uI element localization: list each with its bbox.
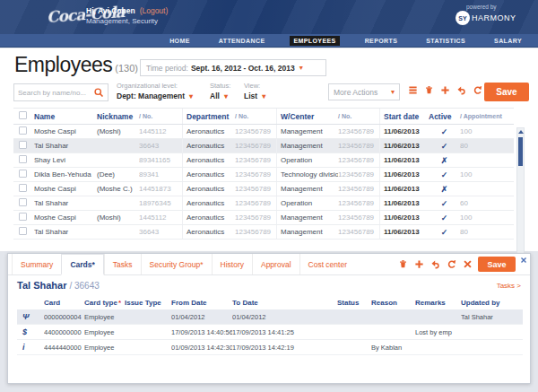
cell-updated-by: Tal Shahar [461, 313, 523, 321]
cell-appointment: 100 [460, 170, 514, 179]
detail-tab[interactable]: Cost center [299, 254, 355, 274]
card-row[interactable]: Ψ 0000000004 Employee 01/04/2012 01/04/2… [17, 309, 523, 325]
row-checkbox[interactable] [19, 198, 27, 206]
row-checkbox[interactable] [19, 141, 27, 149]
row-checkbox[interactable] [19, 184, 27, 192]
column-header[interactable]: Name [34, 112, 97, 121]
row-checkbox[interactable] [19, 126, 27, 135]
search-input[interactable] [18, 89, 93, 97]
undo-icon[interactable] [456, 85, 466, 95]
view-dropdown[interactable]: List [244, 91, 265, 100]
detail-tab[interactable]: Approval [252, 254, 299, 274]
plus-icon[interactable] [440, 85, 450, 95]
cards-column-header[interactable]: Status [337, 299, 371, 307]
cards-column-header[interactable]: Issue Type [125, 299, 171, 307]
detail-tab[interactable]: Cards* [61, 254, 103, 275]
column-header[interactable]: Nickname [97, 112, 139, 121]
card-row[interactable]: i 4444440000 Employee 01/09/2013 14:42:3… [17, 340, 523, 355]
menu-icon[interactable] [408, 85, 418, 95]
redo-icon[interactable] [473, 85, 482, 95]
org-level-dropdown[interactable]: Dept: Management [117, 91, 193, 100]
cards-column-header[interactable]: Remarks [415, 299, 461, 307]
row-checkbox[interactable] [19, 227, 27, 235]
column-header[interactable]: Department [182, 109, 235, 124]
cell-employee-no: 36643 [139, 228, 182, 236]
table-row[interactable]: Tal Shahar 36643 Aeronautics 123456789 M… [13, 225, 514, 240]
cell-wcenter: Management [276, 225, 338, 239]
cards-column-header[interactable]: Card type [84, 299, 125, 307]
cell-employee-no: 89341165 [139, 156, 182, 164]
cell-wcenter-no: 123456789 [338, 156, 379, 164]
caret-down-icon [189, 92, 193, 100]
time-period-dropdown[interactable]: Time period: Sept. 16, 2012 - Oct. 16, 2… [140, 59, 326, 76]
trash-icon[interactable] [424, 85, 434, 95]
column-header[interactable]: / No. [235, 113, 276, 119]
cell-appointment: 80 [460, 142, 514, 150]
cell-name: Tal Shahar [34, 228, 97, 236]
table-row[interactable]: Moshe Caspi (Moshi) 1445112 Aeronautics … [13, 125, 514, 139]
cards-column-header[interactable]: Updated by [461, 299, 523, 307]
cell-employee-no: 36643 [139, 142, 182, 150]
row-checkbox[interactable] [19, 155, 27, 163]
top-header: Coca-Cola Hi, Avi Cohen(Logout) Manageme… [0, 0, 538, 34]
close-icon[interactable] [520, 257, 527, 264]
nav-item[interactable]: STATISTICS [422, 36, 469, 46]
row-checkbox-cell [13, 227, 34, 237]
table-row[interactable]: Dikla Ben-Yehuda (Dee) 89341 Aeronautics… [13, 168, 514, 182]
column-header[interactable]: / No. [338, 113, 379, 119]
cell-wcenter: Technology division [276, 168, 338, 181]
org-level-label: Organizational level: [117, 82, 193, 90]
undo-icon[interactable] [430, 259, 440, 269]
brand-block: powered by SY HARMONY [456, 4, 525, 25]
cards-column-header[interactable]: Card [44, 299, 84, 307]
select-all-checkbox[interactable] [19, 111, 27, 119]
cell-wcenter: Operation [276, 153, 338, 167]
nav-item[interactable]: EMPLOYEES [290, 36, 339, 46]
column-header[interactable]: W/Center [276, 109, 338, 124]
search-icon[interactable] [93, 84, 104, 100]
close-icon[interactable] [463, 259, 473, 269]
nav-item[interactable]: HOME [166, 36, 194, 46]
row-checkbox[interactable] [19, 213, 27, 221]
cards-column-header[interactable]: Reason [371, 299, 415, 307]
cards-column-header[interactable]: From Date [171, 299, 232, 307]
active-status-icon: ✓ [441, 142, 448, 151]
cell-appointment: 80 [460, 228, 514, 236]
card-row[interactable]: $ 4400000000 Employee 17/09/2013 14:40:5… [17, 325, 523, 340]
trash-icon[interactable] [398, 259, 408, 269]
column-header[interactable]: Start date [379, 109, 429, 124]
nav-item[interactable]: REPORTS [361, 36, 402, 46]
row-checkbox[interactable] [19, 170, 27, 178]
table-row[interactable]: Shay Levi 89341165 Aeronautics 123456789… [13, 153, 514, 168]
employee-count: (130) [115, 63, 138, 74]
column-header[interactable]: / Appointment [460, 113, 514, 119]
cell-active: ✓ [429, 213, 460, 222]
detail-tab[interactable]: Security Group* [141, 254, 212, 274]
nav-item[interactable]: ATTENDANCE [215, 36, 269, 46]
redo-icon[interactable] [447, 259, 456, 269]
cell-employee-no: 89341 [139, 170, 182, 179]
more-actions-dropdown[interactable]: More Actions [328, 83, 400, 100]
save-button[interactable]: Save [484, 83, 529, 101]
detail-tab[interactable]: Tasks [104, 254, 141, 274]
nav-item[interactable]: SALARY [490, 36, 525, 46]
cell-name: Moshe Caspi [34, 213, 97, 222]
cards-column-header[interactable]: To Date [232, 299, 337, 307]
scrollbar-thumb[interactable] [518, 137, 523, 166]
detail-tab[interactable]: History [212, 254, 252, 274]
detail-tab[interactable]: Summary [12, 254, 61, 274]
plus-icon[interactable] [414, 259, 424, 269]
logout-link[interactable]: (Logout) [140, 6, 169, 15]
status-dropdown[interactable]: All [210, 91, 230, 100]
panel-save-button[interactable]: Save [478, 257, 516, 272]
column-header[interactable]: / No. [139, 113, 182, 119]
employees-table-body: Moshe Caspi (Moshi) 1445112 Aeronautics … [13, 125, 514, 240]
tasks-link[interactable]: Tasks > [497, 282, 521, 290]
table-row[interactable]: Tal Shahar 18976345 Aeronautics 12345678… [13, 196, 514, 211]
cell-wcenter: Management [276, 182, 338, 196]
scroll-up-icon[interactable] [518, 130, 524, 134]
table-row[interactable]: Moshe Caspi (Moshi) 1445112 Aeronautics … [13, 211, 514, 225]
column-header[interactable]: Active [429, 112, 460, 121]
table-row[interactable]: Tal Shahar 36643 Aeronautics 123456789 M… [13, 139, 514, 153]
table-row[interactable]: Moshe Caspi (Moshe C.) 14451873 Aeronaut… [13, 182, 514, 196]
